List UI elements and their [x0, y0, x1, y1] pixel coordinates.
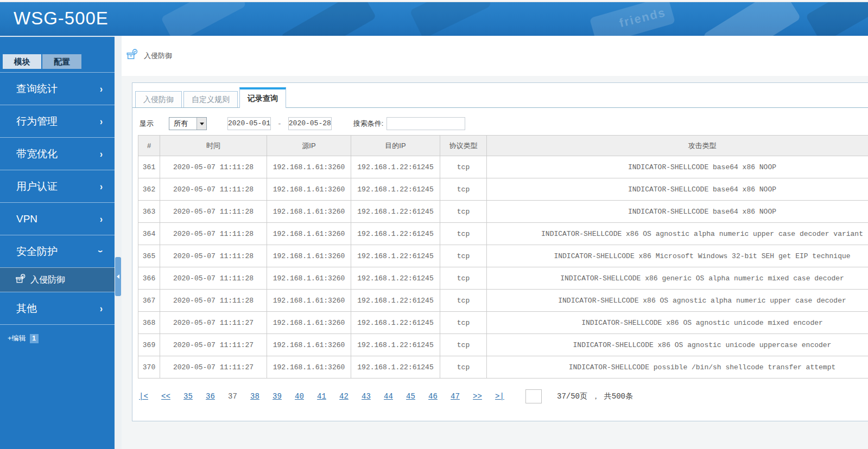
cell-dst-ip: 192.168.1.22:61245: [351, 334, 440, 356]
cell-index: 366: [138, 267, 160, 290]
page-link[interactable]: 40: [295, 392, 304, 401]
cell-attack-type: INDICATOR-SHELLCODE x86 OS agnostic alph…: [487, 290, 868, 312]
page-link[interactable]: 41: [317, 392, 326, 401]
sidebar-item-vpn[interactable]: VPN›: [0, 202, 115, 235]
page-link[interactable]: 42: [339, 392, 349, 401]
tab-record-query[interactable]: 记录查询: [239, 87, 286, 108]
sidebar-item-behavior-mgmt[interactable]: 行为管理›: [0, 105, 115, 137]
tab-modules[interactable]: 模块: [3, 54, 41, 69]
cell-src-ip: 192.168.1.61:3260: [267, 201, 351, 223]
cell-index: 367: [138, 290, 160, 312]
page-next-block[interactable]: >>: [473, 392, 482, 401]
cell-src-ip: 192.168.1.61:3260: [267, 245, 351, 267]
table-row: 3652020-05-07 11:11:28192.168.1.61:32601…: [138, 245, 868, 267]
date-to-input[interactable]: 2020-05-28: [288, 117, 332, 130]
cell-time: 2020-05-07 11:11:27: [160, 334, 267, 356]
sidebar-item-ips[interactable]: 入侵防御: [0, 267, 115, 292]
sidebar-item-bandwidth[interactable]: 带宽优化›: [0, 137, 115, 170]
page-last[interactable]: >|: [495, 392, 504, 401]
cell-dst-ip: 192.168.1.22:61245: [351, 290, 440, 312]
cell-src-ip: 192.168.1.61:3260: [267, 267, 351, 290]
search-input[interactable]: [387, 117, 465, 130]
display-select-value: 所有: [169, 118, 197, 130]
page-first[interactable]: |<: [139, 392, 148, 401]
table-row: 3642020-05-07 11:11:28192.168.1.61:32601…: [138, 223, 868, 245]
cell-index: 365: [138, 245, 160, 267]
chevron-right-icon: ›: [100, 148, 103, 159]
cell-time: 2020-05-07 11:11:27: [160, 356, 267, 379]
display-select[interactable]: 所有: [169, 117, 207, 130]
column-header: 协议类型: [440, 136, 487, 156]
display-label: 显示: [140, 119, 154, 129]
cell-protocol: tcp: [440, 334, 487, 356]
breadcrumb: 入侵防御: [122, 36, 868, 76]
cell-protocol: tcp: [440, 245, 487, 267]
cell-src-ip: 192.168.1.61:3260: [267, 223, 351, 245]
table-row: 3672020-05-07 11:11:28192.168.1.61:32601…: [138, 290, 868, 312]
cell-src-ip: 192.168.1.61:3260: [267, 156, 351, 178]
sidebar-edit-row: +编辑 1: [8, 333, 115, 343]
chevron-down-icon[interactable]: [197, 118, 206, 130]
page-link[interactable]: 46: [428, 392, 438, 401]
content-area: 入侵防御 入侵防御 自定义规则 记录查询 显示 所有 2020-05-01 -: [122, 36, 868, 449]
cell-index: 362: [138, 178, 160, 201]
sidebar-item-security[interactable]: 安全防护›: [0, 235, 115, 267]
edit-link[interactable]: +编辑: [8, 333, 26, 343]
chevron-right-icon: ›: [100, 181, 103, 191]
sidebar-item-query-stats[interactable]: 查询统计›: [0, 72, 115, 105]
cell-attack-type: INDICATOR-SHELLCODE x86 OS agnostic unic…: [487, 334, 868, 356]
page-link[interactable]: 39: [273, 392, 282, 401]
sidebar: 模块 配置 查询统计›行为管理›带宽优化›用户认证›VPN›安全防护›入侵防御其…: [0, 36, 115, 449]
cell-src-ip: 192.168.1.61:3260: [267, 312, 351, 334]
cell-time: 2020-05-07 11:11:28: [160, 178, 267, 201]
box-check-icon: [126, 49, 138, 63]
page-link[interactable]: 45: [406, 392, 415, 401]
panel-background: 入侵防御 自定义规则 记录查询 显示 所有 2020-05-01 - 2020-…: [122, 76, 868, 449]
cell-index: 369: [138, 334, 160, 356]
chevron-right-icon: ›: [100, 303, 103, 313]
page-link[interactable]: 35: [183, 392, 193, 401]
log-table: #时间源IP目的IP协议类型攻击类型 3612020-05-07 11:11:2…: [138, 135, 868, 379]
cell-protocol: tcp: [440, 156, 487, 178]
cell-attack-type: INDICATOR-SHELLCODE base64 x86 NOOP: [487, 178, 868, 201]
cell-protocol: tcp: [440, 356, 487, 379]
chevron-down-icon: ›: [96, 250, 106, 253]
cell-attack-type: INDICATOR-SHELLCODE possible /bin/sh she…: [487, 356, 868, 379]
cell-protocol: tcp: [440, 290, 487, 312]
sidebar-collapse-handle[interactable]: [115, 257, 121, 296]
cell-dst-ip: 192.168.1.22:61245: [351, 156, 440, 178]
cell-attack-type: INDICATOR-SHELLCODE base64 x86 NOOP: [487, 156, 868, 178]
sidebar-item-other[interactable]: 其他›: [0, 292, 115, 324]
search-label: 搜索条件:: [353, 119, 384, 129]
cell-time: 2020-05-07 11:11:28: [160, 245, 267, 267]
sidebar-item-user-auth[interactable]: 用户认证›: [0, 170, 115, 202]
cell-index: 370: [138, 356, 160, 379]
cell-attack-type: INDICATOR-SHELLCODE x86 OS agnostic unic…: [487, 312, 868, 334]
column-header: 攻击类型: [487, 136, 868, 156]
table-row: 3702020-05-07 11:11:27192.168.1.61:32601…: [138, 356, 868, 379]
collapse-arrow-icon: [117, 274, 119, 279]
cell-src-ip: 192.168.1.61:3260: [267, 356, 351, 379]
table-row: 3612020-05-07 11:11:28192.168.1.61:32601…: [138, 156, 868, 178]
page-link[interactable]: 38: [250, 392, 259, 401]
cell-dst-ip: 192.168.1.22:61245: [351, 178, 440, 201]
cell-index: 363: [138, 201, 160, 223]
page-number-input[interactable]: [525, 389, 542, 403]
cell-time: 2020-05-07 11:11:28: [160, 223, 267, 245]
page-prev-block[interactable]: <<: [161, 392, 170, 401]
page-link[interactable]: 36: [206, 392, 215, 401]
date-range-separator: -: [277, 120, 282, 128]
cell-attack-type: INDICATOR-SHELLCODE x86 generic OS alpha…: [487, 267, 868, 290]
table-row: 3662020-05-07 11:11:28192.168.1.61:32601…: [138, 267, 868, 290]
sidebar-gap: [115, 36, 122, 449]
date-from-input[interactable]: 2020-05-01: [227, 117, 271, 130]
tab-config[interactable]: 配置: [42, 54, 81, 69]
page-link[interactable]: 47: [451, 392, 460, 401]
page-link[interactable]: 44: [384, 392, 393, 401]
chevron-right-icon: ›: [100, 116, 103, 126]
page-link[interactable]: 43: [362, 392, 371, 401]
tab-intrusion-prevention[interactable]: 入侵防御: [135, 91, 182, 107]
app-title: WSG-500E: [14, 8, 109, 29]
tab-custom-rules[interactable]: 自定义规则: [183, 91, 238, 107]
cell-protocol: tcp: [440, 267, 487, 290]
